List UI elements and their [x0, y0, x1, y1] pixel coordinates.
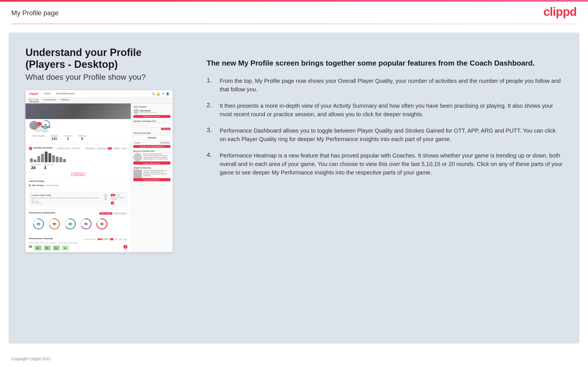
app-mockup: clippd Home My Performance 🔍 🔔 ⚙ 👤 My Pr…	[25, 90, 173, 252]
all-activities-btn[interactable]: All Activities	[71, 173, 85, 176]
lesson-time: 01 h : 30 min	[31, 202, 101, 204]
profile-area: 1 92 Blair McHarg Plus Handicap	[25, 125, 131, 144]
footer: Copyright Clippd 2022	[0, 352, 588, 366]
ring-putting[interactable]: 96	[96, 218, 108, 231]
manage-coaches-btn[interactable]: Manage Your Coaches	[133, 115, 170, 118]
on-course-stat: On Course 24	[31, 163, 41, 170]
profile-banner	[25, 103, 131, 119]
list-number-4: 4.	[207, 151, 215, 159]
lesson-meta: golf drill Videos and Videos 1 image 3	[111, 194, 125, 205]
launch-capture-btn[interactable]: Launch Capture App ↗	[133, 161, 170, 165]
bar-3	[37, 156, 40, 162]
ring-off-tee[interactable]: 90	[48, 218, 61, 231]
bar-1	[30, 158, 33, 162]
list-item-4: 4. Performance Heatmap is a new feature …	[207, 151, 563, 177]
heatmap-controls: 5 Round Change: 5 10 15 20	[84, 238, 127, 240]
off-course-value: 3	[44, 165, 54, 170]
page-title: My Profile page	[11, 9, 59, 17]
disconnect-btn[interactable]: Disconnect	[160, 141, 170, 144]
practice-title: Record a Practice Drill	[133, 150, 170, 152]
bar-2	[34, 159, 37, 162]
heatmap-off-tee[interactable]: 90 ..	[35, 245, 41, 251]
launch-community-btn[interactable]: Launch Community ↗	[133, 178, 170, 181]
app-nav-performance: My Performance	[56, 92, 75, 95]
list-number-2: 2.	[207, 102, 215, 109]
manage-integrations-btn[interactable]: Manage Your Data Integrations	[133, 145, 170, 148]
quality-label: Player Quality	[32, 135, 45, 137]
main-heading: Understand your Profile (Players - Deskt…	[25, 47, 184, 70]
activity-dot	[29, 185, 31, 186]
perf-header: Performance Dashboard Player Quality Str…	[29, 211, 127, 215]
lesson-badge-3: 3	[111, 201, 114, 205]
on-course-value: 24	[31, 165, 41, 170]
heatmap-15[interactable]: 15	[119, 238, 123, 240]
list-number-3: 3.	[207, 126, 215, 134]
app-subnav: My Profile Connections Settings	[25, 97, 173, 103]
lesson-tag-2: drill	[116, 194, 121, 196]
svg-text:92: 92	[44, 124, 47, 126]
toggle-player-quality[interactable]: Player Quality	[99, 212, 112, 215]
practice-section: Record a Practice Drill Be one of the fi…	[133, 150, 170, 165]
toggle-strokes-gained[interactable]: Strokes Gained	[114, 212, 127, 215]
filter-on-course[interactable]: On-Course	[85, 147, 95, 150]
perf-rings: 92 90	[29, 215, 127, 234]
quality-ring: 92	[41, 120, 50, 129]
following-label: Following	[78, 135, 86, 137]
heatmap-20[interactable]: 20	[123, 238, 127, 240]
heatmap-5[interactable]: 5	[110, 238, 113, 240]
community-section: Clippd Community Visit the Clippd Commun…	[133, 167, 170, 181]
bar-5	[45, 152, 48, 162]
subnav-settings[interactable]: Settings	[61, 98, 69, 102]
settings-icon[interactable]: ⚙	[162, 92, 164, 95]
list-text-3: Performance Dashboard allows you to togg…	[220, 126, 563, 143]
bar-6	[48, 153, 51, 162]
heatmap-title: Performance Heatmap	[29, 237, 53, 240]
arccos-logo: Arccos	[133, 135, 170, 140]
bell-icon[interactable]: 🔔	[157, 92, 160, 95]
app-nav-home: Home	[44, 92, 50, 95]
perf-toggle: Player Quality Strokes Gained	[99, 212, 127, 215]
bar-9	[59, 157, 62, 162]
highlight-text: The new My Profile screen brings togethe…	[207, 58, 563, 68]
bar-7	[52, 155, 55, 162]
logo: clippd	[543, 5, 577, 19]
top-bar: My Profile page clippd	[0, 0, 588, 24]
heatmap-bar-approach: 85 ..	[44, 245, 51, 251]
trackman-add-btn[interactable]: Add Link	[161, 128, 170, 130]
stat-followers: Followers 3	[64, 135, 72, 141]
sub-heading: What does your Profile show you?	[25, 73, 184, 82]
mockup-left-panel: 1 92 Blair McHarg Plus Handicap	[25, 103, 131, 252]
copyright: Copyright Clippd 2022	[11, 357, 51, 361]
list-text-4: Performance Heatmap is a new feature tha…	[220, 151, 563, 177]
heatmap-around-green[interactable]: 96 ..	[53, 245, 60, 251]
filter-1m[interactable]: 1 mth	[121, 147, 127, 150]
filter-1y[interactable]: 1Y	[108, 147, 112, 150]
lesson-section: Lesson with Fozly Nothing is feel like m…	[25, 189, 131, 210]
search-icon[interactable]: 🔍	[151, 92, 155, 95]
heatmap-putting[interactable]: 96 ..	[62, 245, 69, 251]
activity-player-name: Blair McHarg	[32, 184, 44, 186]
filter-6m[interactable]: 6 Mths	[113, 147, 120, 150]
activity-item-1: Blair McHarg something here	[29, 184, 127, 187]
heatmap-overall[interactable]: 92	[29, 245, 32, 251]
ring-approach[interactable]: 85	[64, 218, 76, 231]
list-text-1: From the top, My Profile page now shows …	[220, 77, 563, 94]
svg-text:85: 85	[69, 223, 72, 226]
ring-around-green[interactable]: 86	[80, 218, 92, 231]
ring-overall[interactable]: 92	[32, 218, 45, 231]
avatar	[29, 120, 39, 130]
subnav-connections[interactable]: Connections	[44, 98, 56, 102]
community-avatar	[133, 170, 142, 178]
bar-4	[41, 154, 44, 162]
filter-off-course[interactable]: Off-course	[97, 147, 107, 150]
heatmap-approach[interactable]: 85 ..	[44, 245, 51, 251]
heatmap-bar-off-tee: 90 ..	[35, 245, 41, 251]
heatmap-10[interactable]: 10	[114, 238, 118, 240]
followers-label: Followers	[64, 135, 72, 137]
trackman-input[interactable]: Trackman Link	[133, 123, 170, 127]
list-number-1: 1.	[207, 77, 215, 84]
user-icon[interactable]: 👤	[166, 92, 169, 95]
bar-10	[63, 159, 66, 162]
stat-following: Following 5	[78, 135, 86, 141]
subnav-profile[interactable]: My Profile	[29, 98, 39, 102]
